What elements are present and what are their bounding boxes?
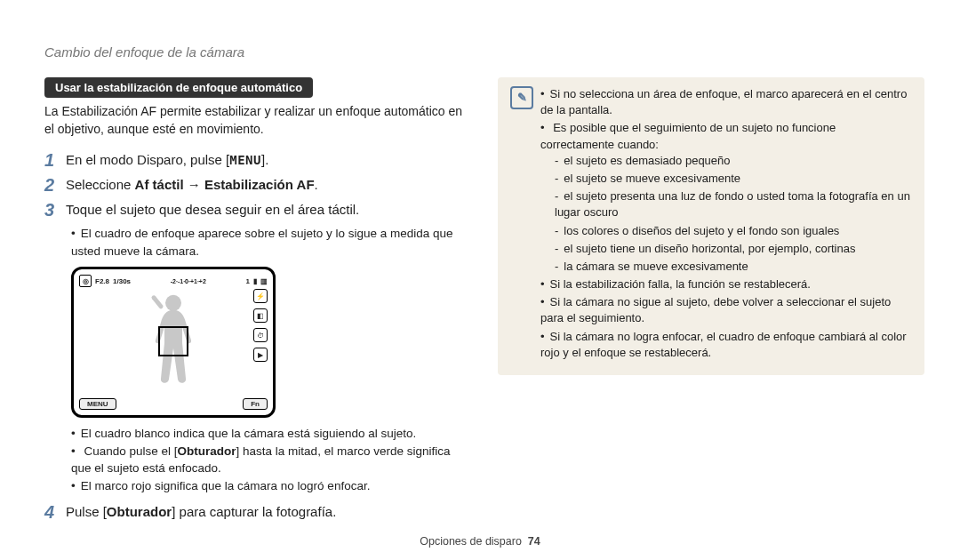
mode-icon: ◎ [79,275,92,287]
footer-page-number: 74 [528,535,540,548]
section-intro: La Estabilización AF permite estabilizar… [44,103,471,138]
step-2-estabilizacion-af: Estabilización AF [204,177,315,192]
step-4-text: Pulse [Obturador] para capturar la fotog… [66,502,336,521]
step-number: 1 [44,150,59,170]
step-4-bold: Obturador [107,504,172,519]
step-2-text: Seleccione Af táctil → Estabilización AF… [66,175,318,194]
menu-keycap: MENU [229,152,261,170]
note-item: Es posible que el seguimiento de un suje… [540,120,912,275]
step-2-post: . [315,177,318,192]
step-number: 3 [44,200,59,220]
camera-screen-illustration: ◎ F2.8 1/30s -2·-1·0·+1·+2 1 ▮ ▥ ⚡ ◧ ⏱ ▶ [71,267,276,418]
note-item: Si la estabilización falla, la función s… [540,276,912,292]
step-1-post: ]. [261,152,268,167]
step-3-text: Toque el sujeto que desea seguir en el á… [66,200,359,219]
step-number: 4 [44,502,59,522]
step-4-post: ] para capturar la fotografía. [172,504,336,519]
note-item: Si la cámara no sigue al sujeto, debe vo… [540,294,912,326]
shutter-value: 1/30s [113,277,131,285]
camera-fn-button: Fn [243,398,268,411]
step-4-pre: Pulse [ [66,504,107,519]
focus-box [158,326,188,356]
note-icon: ✎ [510,86,533,109]
exposure-bar: -2·-1·0·+1·+2 [134,276,243,285]
note-subitem: la cámara se mueve excesivamente [555,259,912,275]
post-cam-bullet-3: El marco rojo significa que la cámara no… [71,477,471,495]
note-n2-lead: Es posible que el seguimiento de un suje… [540,121,836,150]
step-number: 2 [44,175,59,195]
note-subitem: el sujeto se mueve excesivamente [555,171,912,187]
post-cam-bullet-1: El cuadro blanco indica que la cámara es… [71,425,471,443]
sd-icon: ▮ [253,277,257,285]
note-item: Si la cámara no logra enfocar, el cuadro… [540,329,912,361]
aperture-value: F2.8 [95,277,109,285]
page-title: Cambio del enfoque de la cámara [44,44,924,60]
post-cam-bullet-2: Cuando pulse el [Obturador] hasta la mit… [71,443,471,477]
page-footer: Opciones de disparo 74 [0,535,960,548]
note-item: Si no selecciona un área de enfoque, el … [540,86,912,118]
post-cam-b2-bold: Obturador [178,444,236,458]
svg-point-0 [165,295,181,311]
note-subitem: los colores o diseños del sujeto y el fo… [555,223,912,239]
note-subitem: el sujeto tiene un diseño horizontal, po… [555,241,912,257]
section-heading-pill: Usar la estabilización de enfoque automá… [44,77,313,98]
battery-icon: ▥ [260,277,268,285]
note-subitem: el sujeto presenta una luz de fondo o us… [555,188,912,220]
note-subitem: el sujeto es demasiado pequeño [555,153,912,169]
camera-menu-button: MENU [79,398,116,411]
step-2-af-tactil: Af táctil [135,177,184,192]
step-1-pre: En el modo Disparo, pulse [ [66,152,229,167]
step-3-subbullet: El cuadro de enfoque aparece sobre el su… [71,225,471,260]
camera-top-bar: ◎ F2.8 1/30s -2·-1·0·+1·+2 1 ▮ ▥ [79,275,268,287]
footer-section: Opciones de disparo [420,535,522,548]
shot-count: 1 [246,277,250,285]
step-2-arrow: → [184,177,204,192]
post-cam-b2-pre: Cuando pulse el [ [84,444,178,458]
step-2-pre: Seleccione [66,177,135,192]
step-1-text: En el modo Disparo, pulse [MENU]. [66,150,268,170]
note-panel: ✎ Si no selecciona un área de enfoque, e… [498,77,924,375]
